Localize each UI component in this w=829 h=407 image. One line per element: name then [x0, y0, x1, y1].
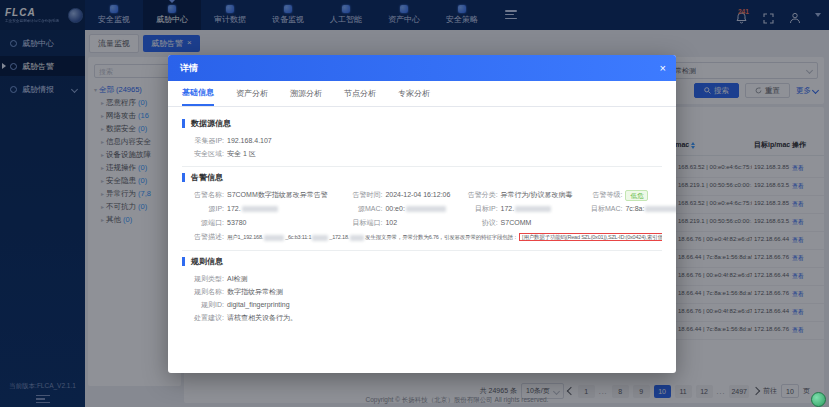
field-value: digital_fingerprinting [227, 301, 290, 308]
field-collector-ip: 采集器IP:192.168.4.107 [182, 134, 662, 147]
field-label: 告警时间: [340, 188, 382, 201]
field-label: 告警分类: [456, 188, 498, 201]
field-value: 172. [227, 205, 241, 212]
section-title-rule: 规则信息 [182, 257, 662, 266]
field-value: 102 [385, 219, 397, 226]
field-value: AI检测 [227, 275, 248, 282]
modal-body: 数据源信息 采集器IP:192.168.4.107 安全区域:安全 1 区 告警… [168, 107, 676, 331]
field-alarm-time: 告警时间:2024-12-04 16:12:06 [340, 188, 455, 201]
redacted-value [515, 206, 551, 212]
field-label: 目标端口: [340, 216, 382, 229]
modal-tab-asset-analysis[interactable]: 资产分析 [236, 81, 268, 106]
field-label: 采集器IP: [182, 134, 224, 147]
modal-tab-basic-info[interactable]: 基础信息 [182, 81, 214, 106]
field-label: 告警名称: [182, 188, 224, 201]
section-divider [182, 166, 662, 167]
field-value: 7c:8a: [625, 205, 644, 212]
field-dst-ip: 目标IP:172. [456, 202, 581, 215]
alarm-fields-grid: 告警名称:S7COMM数字指纹篡改异常告警 告警时间:2024-12-04 16… [182, 188, 662, 244]
modal-tab-trace-analysis[interactable]: 溯源分析 [290, 81, 322, 106]
detail-modal: 详情 × 基础信息 资产分析 溯源分析 节点分析 专家分析 数据源信息 采集器I… [168, 55, 676, 373]
redacted-value [312, 235, 328, 241]
field-rule-name: 规则名称:数字指纹异常检测 [182, 285, 662, 298]
field-label: 源端口: [182, 216, 224, 229]
field-src-mac: 源MAC:00:e0: [340, 202, 455, 215]
field-value: 异常行为/协议篡改病毒 [501, 191, 573, 198]
field-src-ip: 源IP:172. [182, 202, 340, 215]
field-protocol: 协议:S7COMM [456, 216, 581, 229]
field-src-port: 源端口:53780 [182, 216, 340, 229]
field-label: 告警描述: [182, 230, 224, 243]
field-alarm-level: 告警等级:低危 [580, 188, 662, 201]
field-security-zone: 安全区域:安全 1 区 [182, 147, 662, 160]
field-label: 规则名称: [182, 285, 224, 298]
field-rule-suggestion: 处置建议:请核查相关设备行为。 [182, 311, 662, 324]
field-rule-id: 规则ID:digital_fingerprinting [182, 298, 662, 311]
grid-spacer [580, 216, 662, 229]
redacted-value [264, 235, 284, 241]
field-label: 规则类型: [182, 272, 224, 285]
section-title-alarm: 告警信息 [182, 173, 662, 182]
field-value: 2024-12-04 16:12:06 [385, 191, 450, 198]
section-title-datasource: 数据源信息 [182, 119, 662, 128]
modal-tab-node-analysis[interactable]: 节点分析 [344, 81, 376, 106]
field-alarm-name: 告警名称:S7COMM数字指纹篡改异常告警 [182, 188, 340, 201]
highlighted-feature-fields: [用户数据子功能码(Read SZL(0x01)),SZL-ID:(0x0424… [519, 233, 662, 241]
field-label: 安全区域: [182, 147, 224, 160]
redacted-value [645, 206, 676, 212]
field-label: 协议: [456, 216, 498, 229]
description-text: _172.18. [329, 234, 349, 240]
field-rule-type: 规则类型:AI检测 [182, 272, 662, 285]
field-value: 192.168.4.107 [227, 137, 272, 144]
description-text: 用户1_192.168. [227, 234, 263, 240]
redacted-value [242, 206, 278, 212]
field-alarm-category: 告警分类:异常行为/协议篡改病毒 [456, 188, 581, 201]
field-label: 处置建议: [182, 311, 224, 324]
field-value: S7COMM数字指纹篡改异常告警 [227, 191, 328, 198]
field-value: 请核查相关设备行为。 [227, 314, 297, 321]
field-value: 安全 1 区 [227, 150, 256, 157]
modal-tab-expert-analysis[interactable]: 专家分析 [398, 81, 430, 106]
field-label: 目标MAC: [580, 202, 622, 215]
field-label: 告警等级: [580, 188, 622, 201]
field-dst-mac: 目标MAC:7c:8a: [580, 202, 662, 215]
description-text: _6c:b3:11:1 [285, 234, 311, 240]
field-value: 数字指纹异常检测 [227, 288, 283, 295]
modal-title: 详情 [180, 62, 198, 75]
field-label: 规则ID: [182, 298, 224, 311]
description-text: 发生报文异常，异常分数为6.76，引发篡改异常的特征字段包括： [365, 234, 518, 240]
modal-tabs: 基础信息 资产分析 溯源分析 节点分析 专家分析 [168, 81, 676, 107]
field-value: 00:e0: [385, 205, 404, 212]
field-alarm-description: 告警描述:用户1_192.168._6c:b3:11:1_172.18.发生报文… [182, 230, 662, 244]
section-divider [182, 250, 662, 251]
close-icon[interactable]: × [660, 63, 666, 74]
redacted-value [406, 206, 446, 212]
field-value: S7COMM [501, 219, 532, 226]
field-label: 目标IP: [456, 202, 498, 215]
field-value: 53780 [227, 219, 246, 226]
float-widget[interactable] [811, 392, 826, 407]
field-label: 源IP: [182, 202, 224, 215]
field-dst-port: 目标端口:102 [340, 216, 455, 229]
field-value: 172. [501, 205, 515, 212]
modal-header: 详情 × [168, 55, 676, 81]
level-badge: 低危 [625, 190, 648, 201]
field-label: 源MAC: [340, 202, 382, 215]
redacted-value [350, 235, 364, 241]
